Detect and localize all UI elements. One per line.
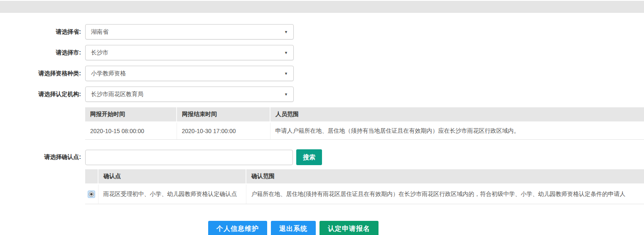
confirm-point-search-row: 请选择确认点: 搜索 — [0, 149, 644, 165]
confirm-point-radio[interactable] — [88, 190, 95, 198]
province-row: 请选择省: 湖南省 ▼ — [0, 24, 644, 40]
institution-row: 请选择认定机构: 长沙市雨花区教育局 ▼ — [0, 87, 644, 102]
schedule-header-row: 网报开始时间 网报结束时间 人员范围 — [85, 107, 644, 122]
institution-select[interactable]: 长沙市雨花区教育局 ▼ — [85, 87, 294, 102]
top-bar — [0, 1, 644, 13]
apply-registration-button[interactable]: 认定申请报名 — [320, 221, 379, 235]
confirm-header-radio — [85, 169, 98, 184]
action-buttons: 个人信息维护 退出系统 认定申请报名 — [0, 221, 587, 235]
city-row: 请选择市: 长沙市 ▼ — [0, 45, 644, 60]
schedule-header-end: 网报结束时间 — [177, 107, 270, 122]
schedule-table-row: 网报开始时间 网报结束时间 人员范围 2020-10-15 08:00:00 2… — [0, 107, 644, 140]
city-label: 请选择市: — [0, 49, 85, 57]
schedule-person-scope: 申请人户籍所在地、居住地（须持有当地居住证且在有效期内）应在长沙市雨花区行政区域… — [270, 122, 644, 140]
confirm-point-name: 雨花区受理初中、小学、幼儿园教师资格认定确认点 — [98, 184, 246, 204]
qualification-select[interactable]: 小学教师资格 ▼ — [85, 66, 294, 81]
city-select[interactable]: 长沙市 ▼ — [85, 45, 294, 60]
table-row: 雨花区受理初中、小学、幼儿园教师资格认定确认点 户籍所在地、居住地(须持有雨花区… — [85, 184, 644, 204]
confirm-header-point: 确认点 — [98, 169, 246, 184]
table-row: 2020-10-15 08:00:00 2020-10-30 17:00:00 … — [85, 122, 644, 140]
personal-info-button[interactable]: 个人信息维护 — [208, 221, 267, 235]
confirm-header-scope: 确认范围 — [246, 169, 644, 184]
province-select[interactable]: 湖南省 ▼ — [85, 24, 294, 40]
province-label: 请选择省: — [0, 28, 85, 36]
schedule-header-start: 网报开始时间 — [85, 107, 177, 122]
schedule-start-time: 2020-10-15 08:00:00 — [85, 122, 177, 140]
confirm-header-row: 确认点 确认范围 — [85, 169, 644, 184]
qualification-label: 请选择资格种类: — [0, 70, 85, 77]
confirm-point-search-input[interactable] — [85, 150, 293, 165]
chevron-down-icon: ▼ — [284, 92, 288, 96]
confirm-point-scope: 户籍所在地、居住地(须持有雨花区居住证且在有效期内）在长沙市雨花区行政区域内的，… — [246, 184, 644, 204]
schedule-table: 网报开始时间 网报结束时间 人员范围 2020-10-15 08:00:00 2… — [85, 107, 644, 140]
logout-button[interactable]: 退出系统 — [271, 221, 316, 235]
confirm-point-table: 确认点 确认范围 雨花区受理初中、小学、幼儿园教师资格认定确认点 户籍所在地、居… — [85, 169, 644, 204]
confirm-point-radio-cell — [85, 184, 98, 204]
confirm-table-row: 确认点 确认范围 雨花区受理初中、小学、幼儿园教师资格认定确认点 户籍所在地、居… — [0, 169, 644, 204]
radio-selected-icon — [89, 192, 94, 197]
qualification-row: 请选择资格种类: 小学教师资格 ▼ — [0, 66, 644, 81]
search-button[interactable]: 搜索 — [296, 149, 322, 165]
institution-select-value: 长沙市雨花区教育局 — [91, 91, 143, 98]
chevron-down-icon: ▼ — [284, 51, 288, 55]
schedule-header-scope: 人员范围 — [270, 107, 644, 122]
schedule-end-time: 2020-10-30 17:00:00 — [177, 122, 270, 140]
confirm-point-label: 请选择确认点: — [0, 153, 85, 161]
city-select-value: 长沙市 — [91, 49, 108, 57]
qualification-select-value: 小学教师资格 — [91, 70, 126, 77]
application-form-page: 请选择省: 湖南省 ▼ 请选择市: 长沙市 ▼ 请选择资格种类: 小学教师资格 … — [0, 13, 644, 235]
chevron-down-icon: ▼ — [284, 72, 288, 76]
province-select-value: 湖南省 — [91, 28, 108, 36]
institution-label: 请选择认定机构: — [0, 91, 85, 98]
chevron-down-icon: ▼ — [284, 30, 288, 34]
